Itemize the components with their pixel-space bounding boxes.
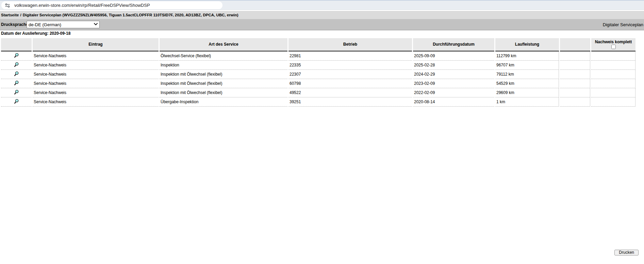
service-type-cell: Ölwechsel-Service (flexibel)	[160, 51, 287, 61]
entry-cell: Service-Nachweis	[33, 70, 159, 79]
betrieb-cell: 60798	[288, 79, 412, 88]
breadcrumb-separator: /	[20, 13, 21, 17]
mileage-cell: 112799 km	[495, 51, 559, 61]
empty-cell	[560, 97, 590, 107]
betrieb-cell: 39251	[288, 97, 412, 107]
service-plan-table: Eintrag Art des Service Betrieb Durchfüh…	[0, 38, 637, 107]
table-row: Service-Nachweis Inspektion mit Ölwechse…	[1, 88, 635, 97]
table-row: Service-Nachweis Übergabe-Inspektion 392…	[1, 97, 635, 107]
date-cell: 2025-02-28	[413, 61, 494, 70]
table-row: Service-Nachweis Inspektion 22335 2025-0…	[1, 61, 635, 70]
site-settings-icon[interactable]	[3, 2, 12, 9]
service-type-cell: Inspektion mit Ölwechsel (flexibel)	[160, 79, 287, 88]
nachweis-komplett-label: Nachweis komplett	[595, 40, 632, 44]
nachweis-cell	[591, 70, 635, 79]
nachweis-cell	[591, 88, 635, 97]
empty-cell	[560, 88, 590, 97]
mileage-cell: 1 km	[495, 97, 559, 107]
nachweis-cell	[591, 51, 635, 61]
detail-cell	[1, 79, 32, 88]
header-durchfuehrungsdatum: Durchführungsdatum	[413, 38, 494, 51]
breadcrumb-current: Digitaler Serviceplan (WVGZZZ5NZLW405956…	[23, 13, 238, 17]
breadcrumb: Startseite / Digitaler Serviceplan (WVGZ…	[0, 11, 644, 19]
print-button[interactable]: Drucken	[614, 250, 639, 255]
detail-cell	[1, 97, 32, 107]
nachweis-cell	[591, 61, 635, 70]
delivery-date-value: 2020-09-18	[50, 31, 70, 36]
entry-cell: Service-Nachweis	[33, 61, 159, 70]
header-detail	[1, 38, 32, 51]
date-cell: 2020-08-14	[413, 97, 494, 107]
empty-cell	[560, 51, 590, 61]
delivery-date-label: Datum der Auslieferung:	[1, 31, 49, 36]
empty-cell	[560, 61, 590, 70]
betrieb-cell: 22981	[288, 51, 412, 61]
url-text[interactable]: volkswagen.erwin-store.com/erwin/rp/Reta…	[14, 3, 150, 8]
entry-cell: Service-Nachweis	[33, 51, 159, 61]
entry-cell: Service-Nachweis	[33, 88, 159, 97]
mileage-cell: 96707 km	[495, 61, 559, 70]
date-cell: 2022-02-09	[413, 88, 494, 97]
detail-cell	[1, 88, 32, 97]
betrieb-cell: 22307	[288, 70, 412, 79]
date-cell: 2025-09-09	[413, 51, 494, 61]
breadcrumb-home-link[interactable]: Startseite	[1, 13, 19, 17]
magnifier-icon[interactable]	[14, 71, 19, 77]
magnifier-icon[interactable]	[14, 53, 19, 58]
table-row: Service-Nachweis Inspektion mit Ölwechse…	[1, 70, 635, 79]
magnifier-icon[interactable]	[14, 80, 19, 86]
delivery-date-line: Datum der Auslieferung: 2020-09-18	[1, 31, 70, 36]
date-cell: 2023-02-09	[413, 79, 494, 88]
header-art-des-service: Art des Service	[160, 38, 287, 51]
betrieb-cell: 22335	[288, 61, 412, 70]
header-nachweis-komplett: Nachweis komplett	[591, 38, 635, 51]
print-language-label: Drucksprache:	[1, 19, 30, 30]
header-laufleistung: Laufleistung	[495, 38, 559, 51]
table-row: Service-Nachweis Inspektion mit Ölwechse…	[1, 79, 635, 88]
address-bar[interactable]: volkswagen.erwin-store.com/erwin/rp/Reta…	[1, 1, 222, 9]
mileage-cell: 54529 km	[495, 79, 559, 88]
empty-cell	[560, 70, 590, 79]
header-empty	[560, 38, 590, 51]
detail-cell	[1, 70, 32, 79]
header-eintrag: Eintrag	[33, 38, 159, 51]
nachweis-komplett-checkbox[interactable]	[611, 45, 616, 49]
mileage-cell: 79112 km	[495, 70, 559, 79]
language-bar: Drucksprache: de-DE (German) Digitaler S…	[0, 19, 644, 30]
magnifier-icon[interactable]	[14, 62, 19, 67]
date-cell: 2024-02-29	[413, 70, 494, 79]
nachweis-cell	[591, 79, 635, 88]
page-title: Digitaler Serviceplan	[603, 19, 643, 30]
service-type-cell: Inspektion mit Ölwechsel (flexibel)	[160, 70, 287, 79]
print-language-select-wrap: de-DE (German)	[27, 21, 100, 28]
service-type-cell: Inspektion	[160, 61, 287, 70]
magnifier-icon[interactable]	[14, 90, 19, 95]
browser-toolbar: volkswagen.erwin-store.com/erwin/rp/Reta…	[0, 0, 644, 10]
table-header-row: Eintrag Art des Service Betrieb Durchfüh…	[1, 38, 635, 51]
entry-cell: Service-Nachweis	[33, 97, 159, 107]
detail-cell	[1, 51, 32, 61]
detail-cell	[1, 61, 32, 70]
nachweis-cell	[591, 97, 635, 107]
mileage-cell: 29609 km	[495, 88, 559, 97]
magnifier-icon[interactable]	[14, 99, 19, 104]
table-row: Service-Nachweis Ölwechsel-Service (flex…	[1, 51, 635, 61]
service-type-cell: Übergabe-Inspektion	[160, 97, 287, 107]
empty-cell	[560, 79, 590, 88]
entry-cell: Service-Nachweis	[33, 79, 159, 88]
betrieb-cell: 49522	[288, 88, 412, 97]
service-type-cell: Inspektion mit Ölwechsel (flexibel)	[160, 88, 287, 97]
header-betrieb: Betrieb	[288, 38, 412, 51]
print-language-select[interactable]: de-DE (German)	[27, 21, 100, 28]
